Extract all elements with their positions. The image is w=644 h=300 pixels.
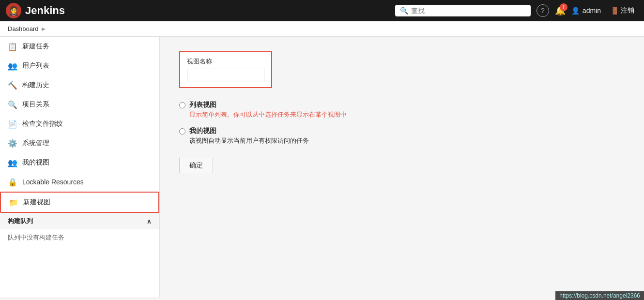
list-view-label[interactable]: 列表视图: [189, 101, 216, 108]
new-view-icon: 📁: [9, 197, 18, 207]
user-section[interactable]: 👤 admin: [571, 7, 601, 15]
sidebar-label-build-history: 构建历史: [22, 81, 49, 90]
status-url: https://blog.csdn.net/angel2366: [559, 292, 640, 297]
logout-label: 注销: [621, 6, 634, 15]
my-view-desc: 该视图自动显示当前用户有权限访问的任务: [189, 136, 309, 145]
sidebar-item-user-list[interactable]: 👥 用户列表: [0, 56, 159, 75]
logout-icon: 🚪: [611, 7, 619, 15]
user-icon: 👤: [571, 7, 580, 15]
sidebar-item-check-fingerprint[interactable]: 📄 检查文件指纹: [0, 114, 159, 134]
confirm-button[interactable]: 确定: [179, 158, 213, 173]
view-name-input[interactable]: [187, 69, 264, 82]
sidebar-label-user-list: 用户列表: [22, 61, 49, 70]
list-view-option-content: 列表视图 显示简单列表。你可以从中选择任务来显示在某个视图中: [189, 101, 347, 119]
search-icon: 🔍: [400, 7, 408, 15]
sidebar: 📋 新建任务 👥 用户列表 🔨 构建历史 🔍 项目关系 📄 检查文件指纹 ⚙️ …: [0, 37, 160, 297]
list-view-radio[interactable]: [179, 102, 185, 108]
sidebar-label-lockable-resources: Lockable Resources: [22, 178, 84, 186]
breadcrumb-arrow: ▶: [42, 26, 46, 31]
notification-count: 1: [560, 3, 567, 11]
app-logo: 🤵 Jenkins: [6, 3, 65, 18]
sidebar-item-my-view[interactable]: 👥 我的视图: [0, 153, 159, 172]
build-queue-collapse-icon: ∧: [147, 218, 152, 225]
build-queue-empty: 队列中没有构建任务: [0, 229, 159, 246]
radio-option-list-view: 列表视图 显示简单列表。你可以从中选择任务来显示在某个视图中: [179, 101, 625, 119]
sidebar-item-new-task[interactable]: 📋 新建任务: [0, 37, 159, 56]
user-name: admin: [583, 7, 601, 15]
lockable-resources-icon: 🔒: [8, 177, 17, 187]
sidebar-label-check-fingerprint: 检查文件指纹: [22, 120, 63, 128]
jenkins-logo-icon: 🤵: [6, 3, 21, 18]
check-fingerprint-icon: 📄: [8, 119, 17, 129]
app-title: Jenkins: [25, 4, 65, 17]
list-view-desc: 显示简单列表。你可以从中选择任务来显示在某个视图中: [189, 110, 347, 119]
my-view-radio[interactable]: [179, 128, 185, 135]
search-box: 🔍: [395, 5, 531, 16]
user-list-icon: 👥: [8, 61, 17, 71]
sidebar-item-new-view[interactable]: 📁 新建视图: [0, 192, 159, 213]
view-name-section: 视图名称: [179, 51, 272, 88]
logout-button[interactable]: 🚪 注销: [607, 4, 638, 17]
search-input[interactable]: [411, 7, 526, 15]
new-task-icon: 📋: [8, 42, 17, 51]
build-queue-label: 构建队列: [8, 217, 33, 225]
my-view-label[interactable]: 我的视图: [189, 127, 216, 135]
project-relation-icon: 🔍: [8, 100, 17, 109]
sidebar-label-project-relation: 项目关系: [22, 100, 49, 109]
my-view-icon: 👥: [8, 158, 17, 167]
sidebar-item-project-relation[interactable]: 🔍 项目关系: [0, 95, 159, 114]
view-type-radio-group: 列表视图 显示简单列表。你可以从中选择任务来显示在某个视图中 我的视图 该视图自…: [179, 101, 625, 145]
build-history-icon: 🔨: [8, 80, 17, 90]
build-queue-section[interactable]: 构建队列 ∧: [0, 213, 159, 229]
status-bar: https://blog.csdn.net/angel2366: [555, 291, 644, 297]
main-layout: 📋 新建任务 👥 用户列表 🔨 构建历史 🔍 项目关系 📄 检查文件指纹 ⚙️ …: [0, 37, 644, 297]
sidebar-label-new-view: 新建视图: [23, 198, 50, 207]
my-view-option-content: 我的视图 该视图自动显示当前用户有权限访问的任务: [189, 127, 309, 145]
sidebar-label-system-manage: 系统管理: [22, 139, 49, 148]
radio-option-my-view: 我的视图 该视图自动显示当前用户有权限访问的任务: [179, 127, 625, 145]
header: 🤵 Jenkins 🔍 ? 🔔 1 👤 admin 🚪 注销: [0, 0, 644, 21]
sidebar-item-system-manage[interactable]: ⚙️ 系统管理: [0, 134, 159, 153]
sidebar-item-build-history[interactable]: 🔨 构建历史: [0, 75, 159, 95]
breadcrumb-dashboard[interactable]: Dashboard: [8, 25, 39, 32]
sidebar-label-new-task: 新建任务: [22, 42, 49, 51]
help-button[interactable]: ?: [537, 4, 549, 17]
main-content: 视图名称 列表视图 显示简单列表。你可以从中选择任务来显示在某个视图中 我的视图…: [160, 37, 644, 297]
notification-bell[interactable]: 🔔 1: [555, 5, 566, 16]
sidebar-label-my-view: 我的视图: [22, 158, 49, 167]
sidebar-item-lockable-resources[interactable]: 🔒 Lockable Resources: [0, 172, 159, 192]
view-name-label: 视图名称: [187, 57, 264, 66]
breadcrumb-bar: Dashboard ▶: [0, 21, 644, 37]
system-manage-icon: ⚙️: [8, 138, 17, 148]
